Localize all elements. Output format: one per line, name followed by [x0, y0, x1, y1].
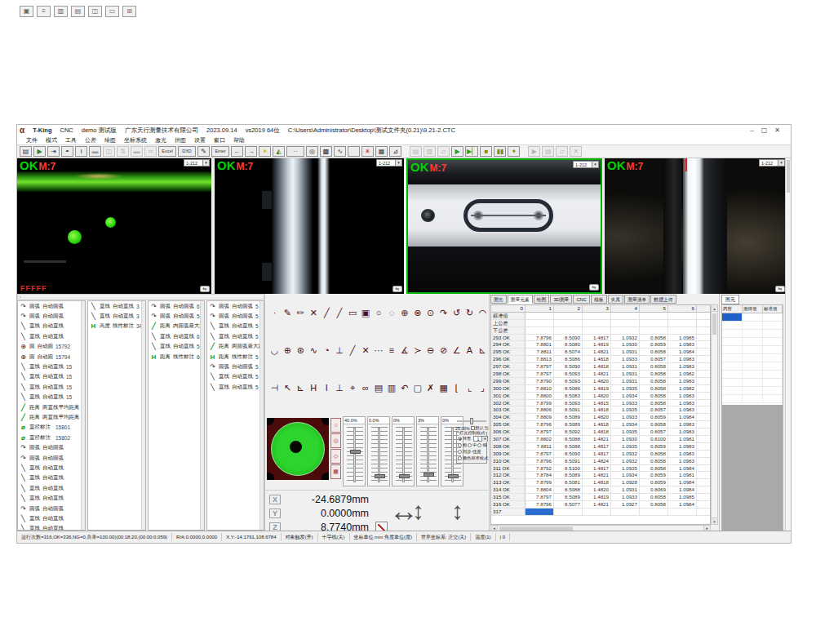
- measure-tool-icon[interactable]: ↶: [398, 380, 410, 397]
- tab-9[interactable]: 数据上传: [650, 295, 676, 304]
- measure-tool-icon[interactable]: ⌊: [450, 380, 463, 397]
- table-row[interactable]: 299 OK7.87908.50931.48201.09310.80581.09…: [491, 378, 710, 385]
- feature-list-item[interactable]: ╲直线自动直线15: [18, 362, 85, 371]
- table-row[interactable]: 310 OK7.87968.50911.48241.09320.80581.09…: [491, 458, 710, 465]
- measure-tool-icon[interactable]: ▣: [360, 305, 372, 322]
- feature-list-item[interactable]: ╲直线自动直线3: [88, 311, 145, 321]
- measure-tool-icon[interactable]: ▦: [437, 380, 450, 397]
- feature-list-item[interactable]: ╱距离两圆弧最大距: [207, 342, 264, 352]
- mini-toolbar-icon[interactable]: ▣: [20, 6, 33, 17]
- tab-7[interactable]: 夹具: [608, 295, 624, 304]
- toolbar-button[interactable]: I: [75, 146, 87, 157]
- mini-toolbar-icon[interactable]: ≡: [37, 6, 51, 17]
- jog-vertical-arrows[interactable]: ↕: [412, 491, 424, 531]
- table-special-row[interactable]: 下公差: [491, 327, 710, 335]
- feature-list-item[interactable]: ╲直线自动直线: [18, 483, 85, 493]
- toolbar-button[interactable]: ▦: [375, 146, 388, 157]
- feature-list-item[interactable]: ↷圆弧自动圆弧: [18, 442, 85, 452]
- radio-medium[interactable]: [468, 443, 472, 447]
- radio-sync[interactable]: [458, 450, 462, 454]
- slider-thumb[interactable]: [399, 474, 410, 478]
- element-row[interactable]: [722, 379, 783, 387]
- measure-tool-icon[interactable]: ↺: [450, 305, 463, 322]
- table-row[interactable]: 316 OK7.87968.50771.48211.09270.80581.09…: [491, 501, 710, 509]
- element-row[interactable]: [722, 362, 783, 371]
- measure-tool-icon[interactable]: ⊙: [424, 305, 437, 322]
- slider-thumb[interactable]: [375, 474, 385, 478]
- measure-tool-icon[interactable]: ⊾: [295, 380, 307, 397]
- table-vertical-scrollbar[interactable]: ▴▾: [711, 304, 718, 525]
- light-mode-button[interactable]: ◇: [330, 449, 341, 464]
- measure-tool-icon[interactable]: ·: [268, 305, 281, 322]
- menu-item[interactable]: 拼图: [171, 136, 190, 144]
- toolbar-button[interactable]: ▩: [320, 146, 332, 157]
- table-row[interactable]: 295 OK7.88118.50741.48211.09310.80581.09…: [491, 349, 710, 356]
- radio-color-cal[interactable]: [458, 456, 462, 460]
- measure-tool-icon[interactable]: ✎: [282, 305, 294, 322]
- element-row[interactable]: [722, 354, 783, 362]
- table-row[interactable]: 301 OK7.88008.50831.48201.09340.80581.09…: [491, 393, 710, 400]
- close-button[interactable]: ✕: [774, 127, 780, 134]
- feature-list-item[interactable]: ╲直线自动直线5: [207, 331, 264, 341]
- feature-list-item[interactable]: ╲直线自动直线: [18, 513, 85, 523]
- measure-tool-icon[interactable]: ∠: [450, 343, 463, 359]
- menu-item[interactable]: 坐标系统: [120, 136, 151, 144]
- feature-list-item[interactable]: ╲直线自动直线5: [207, 372, 264, 382]
- measure-tool-icon[interactable]: ◡: [268, 343, 281, 359]
- measure-tool-icon[interactable]: ⌞: [463, 380, 476, 397]
- tab-5[interactable]: CNC: [573, 295, 590, 304]
- list-scrollbar[interactable]: [200, 301, 204, 530]
- chevron-down-icon[interactable]: ▾: [395, 160, 401, 166]
- feature-list-1[interactable]: ↷圆弧自动圆弧↷圆弧自动圆弧╲直线自动直线╲直线自动直线⊕圆自动圆15792⊕圆…: [17, 300, 86, 531]
- measure-tool-icon[interactable]: ↻: [463, 305, 476, 322]
- slider-thumb[interactable]: [424, 473, 434, 477]
- toolbar-button[interactable]: - -: [286, 146, 304, 157]
- menu-item[interactable]: 文件: [22, 136, 42, 144]
- table-row[interactable]: 307 OK7.88028.50881.48211.09300.81001.09…: [491, 436, 710, 443]
- toolbar-button[interactable]: ▶: [451, 146, 463, 157]
- measure-tool-icon[interactable]: ∡: [398, 343, 410, 359]
- chevron-down-icon[interactable]: ▾: [778, 160, 784, 166]
- toolbar-button[interactable]: ◓: [61, 146, 73, 157]
- measure-tool-icon[interactable]: ⌟: [477, 380, 489, 397]
- slider-track[interactable]: [451, 428, 454, 482]
- table-row[interactable]: 308 OK7.88118.50881.48171.09350.80591.09…: [491, 443, 710, 451]
- table-row[interactable]: 300 OK7.88108.50861.48191.09350.80581.09…: [491, 385, 710, 393]
- radio-coarse[interactable]: [458, 443, 462, 447]
- element-table[interactable]: 内容测得值标准值: [721, 304, 783, 532]
- measure-tool-icon[interactable]: ⊕: [398, 305, 410, 322]
- menu-item[interactable]: 模式: [42, 136, 61, 144]
- feature-list-2[interactable]: ╲直线自动直线3╲直线自动直线3H高度线性标注34: [87, 300, 146, 531]
- measure-tool-icon[interactable]: ✕: [308, 305, 320, 322]
- camera-range-select[interactable]: 1-212▾: [376, 159, 402, 167]
- toolbar-button[interactable]: Excel: [158, 146, 176, 157]
- table-row[interactable]: 302 OK7.87998.50931.48151.09330.80581.09…: [491, 400, 710, 407]
- menu-item[interactable]: 帮助: [229, 136, 249, 144]
- feature-list-4[interactable]: ↷圆弧自动圆弧5↷圆弧自动圆弧5╲直线自动直线5╲直线自动直线5╱距离两圆弧最大…: [206, 300, 264, 531]
- toolbar-button[interactable]: ■: [480, 146, 492, 157]
- toolbar-button[interactable]: ☀: [259, 146, 271, 157]
- measure-tool-icon[interactable]: ⊘: [437, 343, 450, 359]
- menu-item[interactable]: 激光: [151, 136, 171, 144]
- measurement-table[interactable]: 0123456标准值上公差下公差293 OK7.87968.50901.4817…: [490, 304, 711, 525]
- menu-item[interactable]: 设置: [190, 136, 210, 144]
- table-row[interactable]: 314 OK7.88048.50881.48201.09310.80691.09…: [491, 486, 710, 494]
- slider-track[interactable]: [378, 428, 380, 482]
- measure-tool-icon[interactable]: ╱: [334, 305, 346, 322]
- feature-list-item[interactable]: ╱距离内圆弧最大距: [149, 322, 204, 331]
- menu-item[interactable]: 工具: [61, 136, 81, 144]
- chevron-down-icon[interactable]: ▾: [202, 160, 209, 166]
- table-row-partial[interactable]: 317: [491, 509, 710, 516]
- feature-list-item[interactable]: ↷圆弧自动圆弧: [18, 311, 85, 321]
- measure-tool-icon[interactable]: A: [463, 343, 476, 359]
- measure-tool-icon[interactable]: ∿: [308, 343, 320, 359]
- measure-tool-icon[interactable]: ⋯: [373, 343, 385, 359]
- measure-tool-icon[interactable]: ╱: [321, 305, 333, 322]
- maximize-button[interactable]: ▢: [761, 127, 768, 134]
- feature-list-item[interactable]: ↷圆弧自动圆弧6: [149, 301, 204, 311]
- app-vertical-scrollbar[interactable]: [785, 158, 791, 531]
- measure-tool-icon[interactable]: ⊛: [295, 343, 307, 359]
- tab-1[interactable]: 测光: [490, 295, 507, 304]
- camera-view-1[interactable]: FFFFF OKM:7 1-212▾ ⇆: [17, 158, 211, 294]
- feature-list-item[interactable]: ↷圆弧自动圆弧: [18, 504, 85, 513]
